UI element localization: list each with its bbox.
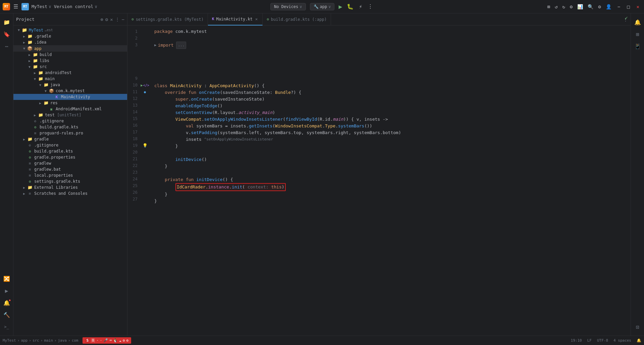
bc-java[interactable]: java xyxy=(58,338,67,343)
tree-item-package[interactable]: ▼ 📦 com.k.mytest xyxy=(13,88,127,94)
tree-item-mainactivity[interactable]: K MainActivity xyxy=(13,94,127,100)
notifications-count[interactable]: 🔔 xyxy=(637,338,641,343)
run-button[interactable]: ▶ xyxy=(338,3,342,10)
tree-arrow-androidtest[interactable]: ▶ xyxy=(32,71,38,75)
tab-settings-gradle[interactable]: ⚙ settings.gradle.kts (MyTest) xyxy=(127,13,208,25)
bc-src[interactable]: src xyxy=(33,338,39,343)
bc-com[interactable]: com xyxy=(72,338,78,343)
tree-item-localprops[interactable]: ≡ local.properties xyxy=(13,172,127,178)
vcs-button[interactable]: Version control ∨ xyxy=(54,4,97,9)
sidebar-icon-notifications[interactable]: 🔔● xyxy=(1,297,12,308)
hamburger-icon[interactable]: ☰ xyxy=(13,3,19,10)
tree-item-gradle-root[interactable]: ▶ 📁 gradle xyxy=(13,136,127,142)
tree-item-manifest[interactable]: ▣ AndroidManifest.xml xyxy=(13,106,127,112)
gutter-19[interactable]: 💡 xyxy=(141,142,149,149)
toolbar-icon-2[interactable]: ↺ xyxy=(554,3,558,10)
indent-setting[interactable]: 4 spaces xyxy=(613,338,631,343)
tab-mainactivity[interactable]: K MainActivity.kt ✕ xyxy=(208,13,263,25)
tree-arrow-app[interactable]: ▼ xyxy=(21,47,27,50)
tree-arrow-java[interactable]: ▼ xyxy=(38,83,43,87)
ime-mic[interactable]: 🎤 xyxy=(103,338,108,343)
tree-item-buildgradle-app[interactable]: ⚙ build.gradle.kts xyxy=(13,124,127,130)
sidebar-icon-terminal[interactable]: >_ xyxy=(1,322,12,332)
panel-settings-icon[interactable]: ⚙ xyxy=(105,17,108,22)
tree-item-java[interactable]: ▼ 📁 java xyxy=(13,82,127,88)
sidebar-icon-build[interactable]: 🔨 xyxy=(1,309,12,320)
tree-item-app[interactable]: ▼ 📦 app xyxy=(13,45,127,52)
tree-arrow-test[interactable]: ▶ xyxy=(32,113,38,117)
lamp-gutter-icon[interactable]: 💡 xyxy=(143,143,148,148)
tree-item-res[interactable]: ▶ 📁 res xyxy=(13,100,127,106)
sidebar-icon-project[interactable]: 📁 xyxy=(1,17,12,27)
tree-item-scratches[interactable]: ▶ ≡ Scratches and Consoles xyxy=(13,190,127,196)
ime-en[interactable]: 英 xyxy=(91,338,95,343)
panel-more-icon[interactable]: ⋮ xyxy=(115,17,120,22)
profile-button[interactable]: ⚡ xyxy=(358,3,363,10)
sidebar-icon-more[interactable]: ⋯ xyxy=(1,41,12,52)
ime-settings1[interactable]: ⚙ xyxy=(123,338,125,343)
right-icon-device[interactable]: 📱 xyxy=(632,41,643,52)
encoding[interactable]: UTF-8 xyxy=(597,338,608,343)
debug-gutter-icon[interactable]: </> xyxy=(143,83,149,87)
toolbar-icon-5[interactable]: 📊 xyxy=(577,3,584,10)
device-selector[interactable]: No Devices ∨ xyxy=(270,3,306,10)
toolbar-icon-1[interactable]: ⊞ xyxy=(547,3,551,10)
tree-item-idea[interactable]: ▶ 📁 .idea xyxy=(13,39,127,45)
toolbar-icon-3[interactable]: ↻ xyxy=(561,3,566,10)
ime-penguin[interactable]: 🐧 xyxy=(113,338,118,343)
tree-arrow-root[interactable]: ▼ xyxy=(16,28,21,32)
code-content[interactable]: package com.k.mytest ▶ import ... class … xyxy=(149,25,631,336)
tab-close-mainactivity[interactable]: ✕ xyxy=(255,16,258,22)
tree-item-build[interactable]: ▶ 📁 build xyxy=(13,52,127,58)
tree-arrow-extlibs[interactable]: ▶ xyxy=(21,186,27,189)
close-button[interactable]: ✕ xyxy=(635,3,641,10)
tree-item-buildgradle-root[interactable]: ⚙ build.gradle.kts xyxy=(13,148,127,154)
gutter-10[interactable]: ▶ </> xyxy=(141,82,149,89)
tree-arrow-gradle[interactable]: ▶ xyxy=(21,35,27,38)
tree-item-root[interactable]: ▼ 📁 MyTest …est xyxy=(13,27,127,33)
tree-item-libs[interactable]: ▶ 📁 libs xyxy=(13,58,127,64)
tree-item-gradlewbat[interactable]: ≡ gradlew.bat xyxy=(13,166,127,172)
tree-item-gradleprops[interactable]: ⚙ gradle.properties xyxy=(13,154,127,160)
tree-item-extlibs[interactable]: ▶ 📁 External Libraries xyxy=(13,184,127,190)
bc-main[interactable]: main xyxy=(44,338,53,343)
tree-arrow-main[interactable]: ▼ xyxy=(32,77,38,81)
ime-s[interactable]: S xyxy=(85,338,90,343)
panel-sync-icon[interactable]: ⊕ xyxy=(100,17,103,22)
app-selector[interactable]: 🔧 app ∨ xyxy=(310,3,335,10)
tree-arrow-idea[interactable]: ▶ xyxy=(21,41,27,44)
more-run-options[interactable]: ⋮ xyxy=(367,3,374,10)
search-icon[interactable]: 🔍 xyxy=(587,3,594,10)
tree-item-proguard[interactable]: ≡ proguard-rules.pro xyxy=(13,130,127,136)
tree-arrow-build[interactable]: ▶ xyxy=(27,53,32,57)
minimize-button[interactable]: − xyxy=(615,3,622,10)
right-icon-preview[interactable]: ⊞ xyxy=(632,29,643,40)
bookmark-gutter-11[interactable]: ● xyxy=(144,90,146,94)
right-icon-notifications[interactable]: 🔔 xyxy=(632,17,643,27)
tree-item-gitignore-root[interactable]: ⊘ .gitignore xyxy=(13,142,127,148)
debug-button[interactable]: 🐛 xyxy=(346,3,354,10)
toolbar-icon-4[interactable]: ⚙ xyxy=(569,3,573,10)
tree-item-settingsgradle[interactable]: ⚙ settings.gradle.kts xyxy=(13,178,127,184)
tree-item-gradlew[interactable]: ≡ gradlew xyxy=(13,160,127,166)
maximize-button[interactable]: □ xyxy=(625,3,632,10)
ime-keyboard[interactable]: ⌨ xyxy=(109,338,112,343)
cursor-position[interactable]: 19:10 xyxy=(571,338,582,343)
tree-arrow-src[interactable]: ▼ xyxy=(27,65,32,69)
tree-item-test[interactable]: ▶ 📁 test [unitTest] xyxy=(13,112,127,118)
sidebar-icon-git[interactable]: 🔀 xyxy=(1,273,12,284)
run-gutter-icon[interactable]: ▶ xyxy=(141,83,143,88)
project-name[interactable]: MyTest ∨ xyxy=(32,4,51,9)
tree-arrow-libs[interactable]: ▶ xyxy=(27,59,32,63)
bc-project[interactable]: MyTest xyxy=(3,338,16,343)
account-icon[interactable]: 👤 xyxy=(605,3,612,10)
tree-arrow-gradle-root[interactable]: ▶ xyxy=(21,137,27,141)
tree-item-androidtest[interactable]: ▶ 📁 androidTest xyxy=(13,70,127,76)
settings-icon[interactable]: ⚙ xyxy=(597,3,601,10)
right-icon-bottom[interactable]: ⊡ xyxy=(632,322,643,332)
ime-dot2[interactable]: · xyxy=(100,338,102,343)
ime-dot1[interactable]: · xyxy=(96,338,99,343)
bc-app[interactable]: app xyxy=(21,338,28,343)
tree-item-main[interactable]: ▼ 📁 main xyxy=(13,76,127,82)
tree-arrow-res[interactable]: ▶ xyxy=(38,101,43,105)
